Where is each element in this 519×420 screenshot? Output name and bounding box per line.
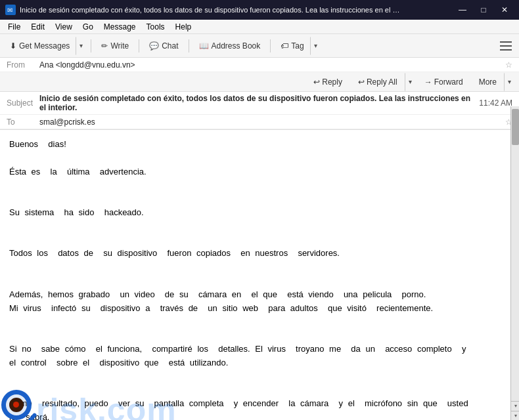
window-controls: — □ ✕ bbox=[453, 3, 514, 16]
get-messages-dropdown[interactable]: ▾ bbox=[76, 37, 87, 55]
reply-label: Reply bbox=[322, 77, 342, 87]
menu-go[interactable]: Go bbox=[78, 21, 99, 33]
get-messages-icon: ⬇ bbox=[10, 41, 16, 51]
reply-all-label: Reply All bbox=[367, 77, 397, 87]
action-bar: ↩ Reply ↩ Reply All ▾ → Forward More ▾ bbox=[0, 72, 519, 92]
menu-message[interactable]: Message bbox=[99, 21, 141, 33]
scroll-bottom-button[interactable]: ▾ bbox=[511, 411, 519, 420]
from-row: From Ana <longdd@vnu.edu.vn> ☆ bbox=[0, 58, 519, 72]
separator-2 bbox=[139, 39, 139, 52]
forward-button[interactable]: → Forward bbox=[417, 74, 470, 90]
menu-bar: File Edit View Go Message Tools Help bbox=[0, 20, 519, 34]
scrollbar-track[interactable]: ▾ ▾ bbox=[510, 106, 519, 420]
title-bar: ✉ Inicio de sesión completado con éxito,… bbox=[0, 0, 519, 20]
menu-view[interactable]: View bbox=[50, 21, 78, 33]
app-icon: ✉ bbox=[5, 5, 16, 15]
hamburger-menu[interactable] bbox=[497, 37, 515, 55]
hamburger-line-3 bbox=[500, 49, 512, 51]
separator-3 bbox=[189, 39, 189, 52]
close-button[interactable]: ✕ bbox=[495, 3, 514, 16]
get-messages-label: Get Messages bbox=[19, 41, 70, 51]
minimize-button[interactable]: — bbox=[453, 3, 472, 16]
reply-all-split[interactable]: ↩ Reply All ▾ bbox=[351, 73, 416, 91]
tag-button[interactable]: 🏷 Tag bbox=[275, 38, 309, 54]
write-button[interactable]: ✏ Write bbox=[95, 37, 135, 55]
address-book-icon: 📖 bbox=[199, 41, 209, 51]
more-split[interactable]: More ▾ bbox=[472, 73, 515, 91]
write-icon: ✏ bbox=[101, 41, 108, 51]
chat-button[interactable]: 💬 Chat bbox=[143, 37, 184, 55]
hamburger-line-2 bbox=[500, 45, 512, 47]
subject-value: Inicio de sesión completado con éxito, t… bbox=[39, 94, 479, 112]
reply-all-dropdown[interactable]: ▾ bbox=[405, 73, 416, 91]
menu-edit[interactable]: Edit bbox=[26, 21, 50, 33]
menu-file[interactable]: File bbox=[3, 21, 26, 33]
to-value: smal@pcrisk.es bbox=[39, 117, 503, 127]
get-messages-button[interactable]: ⬇ Get Messages bbox=[4, 38, 76, 54]
get-messages-split[interactable]: ⬇ Get Messages ▾ bbox=[4, 37, 87, 55]
from-label: From bbox=[7, 60, 39, 70]
svg-text:✉: ✉ bbox=[7, 7, 12, 14]
menu-help[interactable]: Help bbox=[170, 21, 197, 33]
scroll-down-button[interactable]: ▾ bbox=[511, 401, 519, 410]
separator-4 bbox=[270, 39, 271, 52]
forward-label: Forward bbox=[434, 77, 463, 87]
to-label: To bbox=[7, 117, 39, 127]
window-title: Inicio de sesión completado con éxito, t… bbox=[20, 6, 401, 14]
write-label: Write bbox=[110, 41, 129, 51]
tag-label: Tag bbox=[291, 41, 304, 51]
toolbar: ⬇ Get Messages ▾ ✏ Write 💬 Chat 📖 Addres… bbox=[0, 34, 519, 58]
maximize-button[interactable]: □ bbox=[474, 3, 493, 16]
email-body-text: Buenos dias! Ésta es la última advertenc… bbox=[9, 138, 510, 420]
more-button[interactable]: More bbox=[472, 74, 504, 90]
subject-row: Subject Inicio de sesión completado con … bbox=[0, 92, 519, 115]
separator-1 bbox=[91, 39, 91, 52]
email-header: From Ana <longdd@vnu.edu.vn> ☆ ↩ Reply ↩… bbox=[0, 58, 519, 130]
tag-dropdown[interactable]: ▾ bbox=[310, 37, 321, 55]
star-icon[interactable]: ☆ bbox=[505, 60, 512, 70]
address-book-label: Address Book bbox=[212, 41, 261, 51]
subject-label: Subject bbox=[7, 98, 39, 108]
menu-tools[interactable]: Tools bbox=[141, 21, 170, 33]
scrollbar-thumb[interactable] bbox=[512, 109, 519, 145]
to-row: To smal@pcrisk.es ☆ bbox=[0, 115, 519, 129]
address-book-button[interactable]: 📖 Address Book bbox=[193, 37, 267, 55]
email-body: Buenos dias! Ésta es la última advertenc… bbox=[0, 130, 519, 420]
reply-icon: ↩ bbox=[313, 77, 320, 87]
chat-label: Chat bbox=[162, 41, 178, 51]
hamburger-line-1 bbox=[500, 41, 512, 43]
forward-icon: → bbox=[424, 77, 432, 87]
more-label: More bbox=[479, 77, 497, 87]
email-time: 11:42 AM bbox=[479, 98, 512, 108]
reply-all-button[interactable]: ↩ Reply All bbox=[351, 74, 405, 90]
tag-split[interactable]: 🏷 Tag ▾ bbox=[275, 37, 321, 55]
tag-icon: 🏷 bbox=[281, 41, 288, 51]
chat-icon: 💬 bbox=[149, 41, 159, 51]
from-value: Ana <longdd@vnu.edu.vn> bbox=[39, 60, 503, 70]
reply-all-icon: ↩ bbox=[358, 77, 365, 87]
more-dropdown[interactable]: ▾ bbox=[504, 73, 515, 91]
reply-button[interactable]: ↩ Reply bbox=[306, 74, 350, 90]
